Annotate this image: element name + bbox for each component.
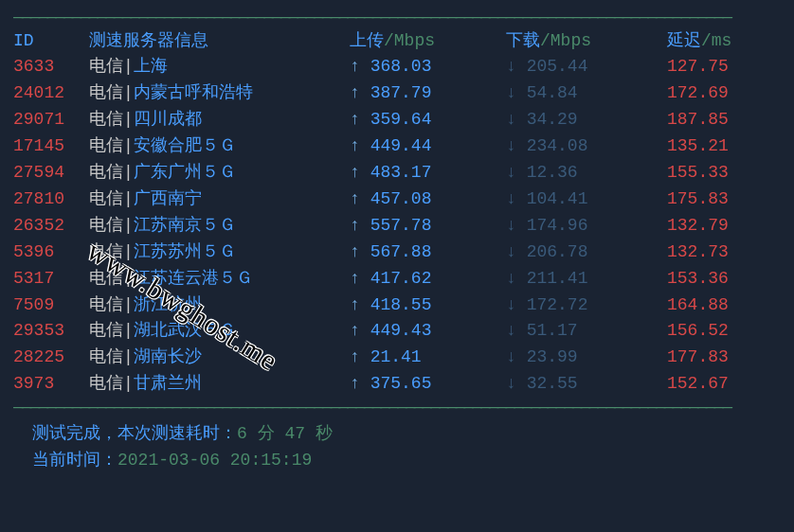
- cell-id: 24012: [13, 80, 89, 107]
- table-row: 5396电信|江苏苏州５Ｇ↑ 567.88↓ 206.78132.73: [13, 239, 781, 266]
- table-row: 28225电信|湖南长沙↑ 21.41↓ 23.99177.83: [13, 345, 781, 371]
- cell-id: 3633: [13, 54, 89, 80]
- up-arrow-icon: ↑: [350, 321, 360, 340]
- cell-upload: ↑ 449.44: [350, 133, 506, 160]
- cell-id: 27810: [13, 186, 89, 213]
- cell-id: 28225: [13, 345, 89, 371]
- cell-upload: ↑ 387.79: [350, 80, 506, 107]
- header-latency: 延迟/ms: [667, 28, 781, 55]
- cell-upload: ↑ 418.55: [350, 293, 506, 319]
- cell-server: 电信|浙江杭州: [89, 293, 350, 319]
- footer-time: 当前时间：2021-03-06 20:15:19: [13, 447, 781, 474]
- cell-upload: ↑ 21.41: [350, 345, 506, 371]
- cell-download: ↓ 205.44: [506, 54, 667, 80]
- down-arrow-icon: ↓: [506, 136, 516, 155]
- cell-latency: 132.79: [667, 213, 781, 239]
- up-arrow-icon: ↑: [350, 242, 360, 261]
- cell-latency: 177.83: [667, 345, 781, 371]
- separator-line-bottom: ————————————————————————————————————————…: [13, 398, 781, 418]
- down-arrow-icon: ↓: [506, 295, 516, 314]
- table-row: 29071电信|四川成都↑ 359.64↓ 34.29187.85: [13, 107, 781, 133]
- down-arrow-icon: ↓: [506, 189, 516, 208]
- header-download: 下载/Mbps: [506, 28, 667, 55]
- up-arrow-icon: ↑: [350, 110, 360, 129]
- cell-latency: 156.52: [667, 318, 781, 345]
- cell-latency: 127.75: [667, 54, 781, 80]
- table-row: 27810电信|广西南宁↑ 457.08↓ 104.41175.83: [13, 186, 781, 213]
- cell-upload: ↑ 359.64: [350, 107, 506, 133]
- cell-download: ↓ 51.17: [506, 318, 667, 345]
- footer: 测试完成，本次测速耗时：6 分 47 秒 当前时间：2021-03-06 20:…: [13, 420, 781, 475]
- up-arrow-icon: ↑: [350, 269, 360, 288]
- cell-download: ↓ 172.72: [506, 293, 667, 319]
- cell-upload: ↑ 457.08: [350, 186, 506, 213]
- header-server: 测速服务器信息: [89, 28, 350, 55]
- up-arrow-icon: ↑: [350, 163, 360, 182]
- up-arrow-icon: ↑: [350, 347, 360, 366]
- table-row: 27594电信|广东广州５Ｇ↑ 483.17↓ 12.36155.33: [13, 160, 781, 186]
- cell-id: 7509: [13, 293, 89, 319]
- cell-latency: 153.36: [667, 266, 781, 293]
- cell-download: ↓ 34.29: [506, 107, 667, 133]
- cell-server: 电信|广西南宁: [89, 186, 350, 213]
- cell-upload: ↑ 557.78: [350, 213, 506, 239]
- down-arrow-icon: ↓: [506, 374, 516, 393]
- down-arrow-icon: ↓: [506, 110, 516, 129]
- down-arrow-icon: ↓: [506, 83, 516, 102]
- table-row: 5317电信|江苏连云港５Ｇ↑ 417.62↓ 211.41153.36: [13, 266, 781, 293]
- header-id: ID: [13, 28, 89, 55]
- cell-latency: 152.67: [667, 371, 781, 398]
- table-row: 3633电信|上海↑ 368.03↓ 205.44127.75: [13, 54, 781, 80]
- cell-download: ↓ 211.41: [506, 266, 667, 293]
- table-row: 17145电信|安徽合肥５Ｇ↑ 449.44↓ 234.08135.21: [13, 133, 781, 160]
- cell-download: ↓ 206.78: [506, 239, 667, 266]
- table-row: 26352电信|江苏南京５Ｇ↑ 557.78↓ 174.96132.79: [13, 213, 781, 239]
- cell-upload: ↑ 449.43: [350, 318, 506, 345]
- cell-server: 电信|内蒙古呼和浩特: [89, 80, 350, 107]
- table-row: 7509电信|浙江杭州↑ 418.55↓ 172.72164.88: [13, 293, 781, 319]
- cell-server: 电信|四川成都: [89, 107, 350, 133]
- down-arrow-icon: ↓: [506, 347, 516, 366]
- cell-download: ↓ 23.99: [506, 345, 667, 371]
- table-row: 3973电信|甘肃兰州↑ 375.65↓ 32.55152.67: [13, 371, 781, 398]
- cell-upload: ↑ 375.65: [350, 371, 506, 398]
- table-header: ID 测速服务器信息 上传/Mbps 下载/Mbps 延迟/ms: [13, 28, 781, 55]
- header-upload: 上传/Mbps: [350, 28, 506, 55]
- cell-upload: ↑ 483.17: [350, 160, 506, 186]
- cell-download: ↓ 54.84: [506, 80, 667, 107]
- cell-latency: 135.21: [667, 133, 781, 160]
- cell-server: 电信|湖南长沙: [89, 345, 350, 371]
- up-arrow-icon: ↑: [350, 136, 360, 155]
- down-arrow-icon: ↓: [506, 269, 516, 288]
- cell-id: 27594: [13, 160, 89, 186]
- cell-server: 电信|江苏连云港５Ｇ: [89, 266, 350, 293]
- cell-download: ↓ 174.96: [506, 213, 667, 239]
- up-arrow-icon: ↑: [350, 216, 360, 235]
- separator-line-top: ————————————————————————————————————————…: [13, 8, 781, 28]
- down-arrow-icon: ↓: [506, 163, 516, 182]
- down-arrow-icon: ↓: [506, 216, 516, 235]
- cell-id: 26352: [13, 213, 89, 239]
- cell-latency: 187.85: [667, 107, 781, 133]
- cell-upload: ↑ 368.03: [350, 54, 506, 80]
- cell-latency: 164.88: [667, 293, 781, 319]
- cell-download: ↓ 104.41: [506, 186, 667, 213]
- cell-latency: 175.83: [667, 186, 781, 213]
- footer-duration: 测试完成，本次测速耗时：6 分 47 秒: [13, 420, 781, 448]
- up-arrow-icon: ↑: [350, 295, 360, 314]
- cell-server: 电信|甘肃兰州: [89, 371, 350, 398]
- down-arrow-icon: ↓: [506, 57, 516, 76]
- up-arrow-icon: ↑: [350, 189, 360, 208]
- cell-server: 电信|安徽合肥５Ｇ: [89, 133, 350, 160]
- cell-upload: ↑ 417.62: [350, 266, 506, 293]
- table-row: 24012电信|内蒙古呼和浩特↑ 387.79↓ 54.84172.69: [13, 80, 781, 107]
- cell-id: 5317: [13, 266, 89, 293]
- cell-download: ↓ 234.08: [506, 133, 667, 160]
- cell-latency: 172.69: [667, 80, 781, 107]
- cell-id: 5396: [13, 239, 89, 266]
- cell-download: ↓ 12.36: [506, 160, 667, 186]
- cell-server: 电信|湖北武汉５Ｇ: [89, 318, 350, 345]
- down-arrow-icon: ↓: [506, 242, 516, 261]
- cell-latency: 132.73: [667, 239, 781, 266]
- cell-server: 电信|江苏苏州５Ｇ: [89, 239, 350, 266]
